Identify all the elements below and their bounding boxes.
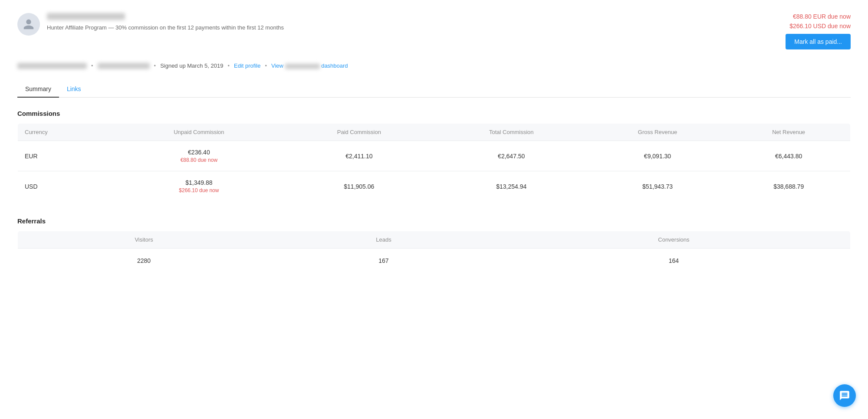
- total-cell: $13,254.94: [435, 171, 588, 202]
- paid-cell: €2,411.10: [283, 141, 435, 171]
- col-total: Total Commission: [435, 124, 588, 141]
- tab-summary[interactable]: Summary: [17, 81, 59, 98]
- col-unpaid: Unpaid Commission: [115, 124, 283, 141]
- tab-links[interactable]: Links: [59, 81, 89, 98]
- edit-profile-link[interactable]: Edit profile: [234, 62, 260, 69]
- col-visitors: Visitors: [18, 231, 270, 249]
- referrals-header-row: Visitors Leads Conversions: [18, 231, 851, 249]
- unpaid-cell: €236.40 €88.80 due now: [115, 141, 283, 171]
- table-row: USD $1,349.88 $266.10 due now $11,905.06…: [18, 171, 851, 202]
- chat-bubble-button[interactable]: [833, 384, 856, 407]
- program-description: Hunter Affiliate Program — 30% commissio…: [47, 24, 284, 31]
- commissions-header-row: Currency Unpaid Commission Paid Commissi…: [18, 124, 851, 141]
- col-currency: Currency: [18, 124, 115, 141]
- referrals-title: Referrals: [17, 217, 851, 225]
- profile-line: • • Signed up March 5, 2019 • Edit profi…: [17, 62, 851, 69]
- header-right: €88.80 EUR due now $266.10 USD due now M…: [786, 13, 851, 49]
- person-icon: [23, 18, 35, 30]
- commissions-section: Commissions Currency Unpaid Commission P…: [17, 110, 851, 202]
- referrals-section: Referrals Visitors Leads Conversions 228…: [17, 217, 851, 273]
- view-dashboard-link[interactable]: View dashboard: [271, 62, 348, 69]
- commissions-title: Commissions: [17, 110, 851, 117]
- col-net: Net Revenue: [727, 124, 850, 141]
- col-gross: Gross Revenue: [588, 124, 727, 141]
- unpaid-cell: $1,349.88 $266.10 due now: [115, 171, 283, 202]
- gross-cell: €9,091.30: [588, 141, 727, 171]
- avatar: [17, 13, 40, 36]
- chat-icon: [839, 390, 850, 401]
- total-cell: €2,647.50: [435, 141, 588, 171]
- currency-cell: EUR: [18, 141, 115, 171]
- header-info: Hunter Affiliate Program — 30% commissio…: [47, 13, 284, 31]
- tabs-container: Summary Links: [17, 81, 851, 98]
- table-row: EUR €236.40 €88.80 due now €2,411.10 €2,…: [18, 141, 851, 171]
- col-conversions: Conversions: [497, 231, 851, 249]
- header-left: Hunter Affiliate Program — 30% commissio…: [17, 13, 284, 36]
- user-name-blurred: [47, 13, 125, 20]
- referrals-table: Visitors Leads Conversions 2280 167 164: [17, 231, 851, 273]
- dashboard-name-blur: [285, 64, 320, 69]
- leads-cell: 167: [270, 249, 497, 273]
- visitors-cell: 2280: [18, 249, 270, 273]
- net-cell: $38,688.79: [727, 171, 850, 202]
- due-usd-label: $266.10 USD due now: [789, 23, 851, 29]
- col-leads: Leads: [270, 231, 497, 249]
- due-eur-label: €88.80 EUR due now: [793, 13, 851, 20]
- signed-up-date: Signed up March 5, 2019: [160, 62, 223, 69]
- profile-handle-blur: [98, 63, 150, 69]
- table-row: 2280 167 164: [18, 249, 851, 273]
- mark-all-paid-button[interactable]: Mark all as paid...: [786, 34, 851, 49]
- conversions-cell: 164: [497, 249, 851, 273]
- commissions-table: Currency Unpaid Commission Paid Commissi…: [17, 123, 851, 202]
- page-wrapper: Hunter Affiliate Program — 30% commissio…: [0, 0, 868, 419]
- gross-cell: $51,943.73: [588, 171, 727, 202]
- header-section: Hunter Affiliate Program — 30% commissio…: [17, 13, 851, 49]
- profile-name-blur: [17, 63, 87, 69]
- net-cell: €6,443.80: [727, 141, 850, 171]
- paid-cell: $11,905.06: [283, 171, 435, 202]
- col-paid: Paid Commission: [283, 124, 435, 141]
- currency-cell: USD: [18, 171, 115, 202]
